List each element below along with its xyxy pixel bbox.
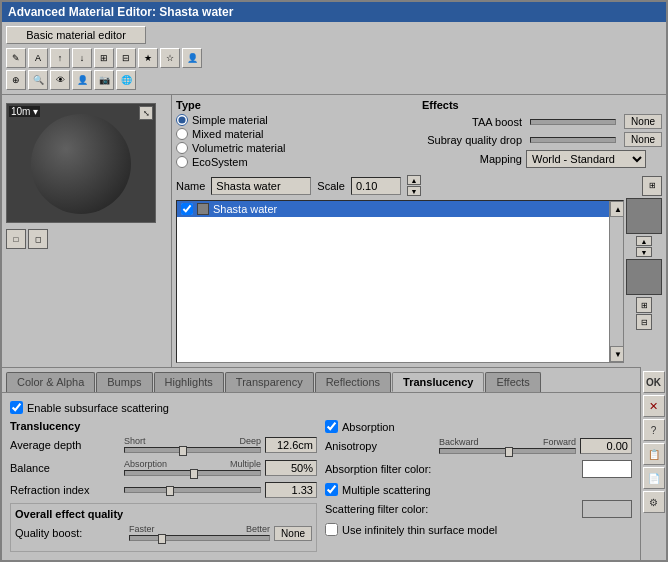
basic-editor-button[interactable]: Basic material editor — [6, 26, 146, 44]
quality-thumb[interactable] — [158, 534, 166, 544]
avg-depth-value[interactable]: 12.6cm — [265, 437, 317, 453]
type-volumetric[interactable]: Volumetric material — [176, 142, 414, 154]
type-mixed-label: Mixed material — [192, 128, 264, 140]
taa-slider[interactable] — [530, 119, 616, 125]
window-title: Advanced Material Editor: Shasta water — [8, 5, 233, 19]
toolbar-icon-1[interactable]: ✎ — [6, 48, 26, 68]
preview-icon-3d[interactable]: ◻ — [28, 229, 48, 249]
scroll-down[interactable]: ▼ — [610, 346, 624, 362]
type-simple[interactable]: Simple material — [176, 114, 414, 126]
type-title: Type — [176, 99, 414, 111]
type-ecosystem[interactable]: EcoSystem — [176, 156, 414, 168]
material-list[interactable]: Shasta water ✎ ▲ ▼ — [176, 200, 624, 363]
toolbar-icon-9[interactable]: 👤 — [182, 48, 202, 68]
refraction-thumb[interactable] — [166, 486, 174, 496]
subray-slider[interactable] — [530, 137, 616, 143]
tab-effects[interactable]: Effects — [485, 372, 540, 392]
toolbar-icon-7[interactable]: ★ — [138, 48, 158, 68]
quality-none-btn[interactable]: None — [274, 526, 312, 541]
toolbar-icon-13[interactable]: 👤 — [72, 70, 92, 90]
toolbar-icon-11[interactable]: 🔍 — [28, 70, 48, 90]
type-ecosystem-radio[interactable] — [176, 156, 188, 168]
color-swatch-2[interactable] — [626, 259, 662, 295]
paste-button[interactable]: 📄 — [643, 467, 665, 489]
toolbar-icon-3[interactable]: ↑ — [50, 48, 70, 68]
effects-title: Effects — [422, 99, 662, 111]
balance-slider[interactable] — [124, 470, 261, 476]
swatch-icon-2[interactable]: ⊟ — [636, 314, 652, 330]
refraction-value[interactable]: 1.33 — [265, 482, 317, 498]
toolbar-icon-15[interactable]: 🌐 — [116, 70, 136, 90]
thin-model-checkbox[interactable] — [325, 523, 338, 536]
name-input[interactable] — [211, 177, 311, 195]
material-type-icon — [197, 203, 209, 215]
cancel-button[interactable]: ✕ — [643, 395, 665, 417]
tab-color-alpha[interactable]: Color & Alpha — [6, 372, 95, 392]
aniso-value[interactable]: 0.00 — [580, 438, 632, 454]
scale-down[interactable]: ▼ — [407, 186, 421, 196]
scroll-up[interactable]: ▲ — [610, 201, 624, 217]
swatch-up[interactable]: ▲ — [636, 236, 652, 246]
balance-value[interactable]: 50% — [265, 460, 317, 476]
preview-icon-resize[interactable]: ⤡ — [139, 106, 153, 120]
abs-filter-color[interactable] — [582, 460, 632, 478]
toolbar-icon-8[interactable]: ☆ — [160, 48, 180, 68]
type-mixed-radio[interactable] — [176, 128, 188, 140]
enable-ss-checkbox[interactable] — [10, 401, 23, 414]
copy-button[interactable]: 📋 — [643, 443, 665, 465]
expand-icon[interactable]: ⊞ — [642, 176, 662, 196]
toolbar-icon-14[interactable]: 📷 — [94, 70, 114, 90]
aniso-backward: Backward — [439, 437, 479, 447]
balance-thumb[interactable] — [190, 469, 198, 479]
aniso-thumb[interactable] — [505, 447, 513, 457]
mapping-select[interactable]: World - Standard — [526, 150, 646, 168]
absorption-checkbox[interactable] — [325, 420, 338, 433]
toolbar-icon-2[interactable]: A — [28, 48, 48, 68]
scroll-track — [610, 217, 623, 346]
ok-button[interactable]: OK — [643, 371, 665, 393]
scale-input[interactable] — [351, 177, 401, 195]
tab-translucency[interactable]: Translucency — [392, 372, 484, 392]
preview-icon-2d[interactable]: □ — [6, 229, 26, 249]
color-swatch-1[interactable] — [626, 198, 662, 234]
settings-button[interactable]: ⚙ — [643, 491, 665, 513]
scale-up[interactable]: ▲ — [407, 175, 421, 185]
preview-area: 10m ▾ ⤡ — [6, 103, 156, 223]
quality-label: Quality boost: — [15, 527, 125, 539]
material-list-item[interactable]: Shasta water ✎ — [177, 201, 623, 217]
toolbar-icon-10[interactable]: ⊕ — [6, 70, 26, 90]
toolbar-icon-5[interactable]: ⊞ — [94, 48, 114, 68]
preview-label: 10m ▾ — [9, 106, 40, 117]
aniso-slider-container: Backward Forward — [439, 437, 576, 455]
avg-depth-thumb[interactable] — [179, 446, 187, 456]
type-volumetric-radio[interactable] — [176, 142, 188, 154]
balance-multiple: Multiple — [230, 459, 261, 469]
main-content: 10m ▾ ⤡ □ ◻ Type Simpl — [2, 95, 666, 367]
toolbar-icon-4[interactable]: ↓ — [72, 48, 92, 68]
right-col: Absorption Anisotropy Backward Forward — [325, 420, 632, 552]
refraction-slider[interactable] — [124, 487, 261, 493]
taa-none-btn[interactable]: None — [624, 114, 662, 129]
avg-depth-slider[interactable] — [124, 447, 261, 453]
tab-bumps[interactable]: Bumps — [96, 372, 152, 392]
quality-slider[interactable] — [129, 535, 270, 541]
multiple-scatter-checkbox[interactable] — [325, 483, 338, 496]
subray-none-btn[interactable]: None — [624, 132, 662, 147]
tab-transparency[interactable]: Transparency — [225, 372, 314, 392]
tab-highlights[interactable]: Highlights — [154, 372, 224, 392]
enable-ss-label: Enable subsurface scattering — [27, 402, 169, 414]
scatter-filter-color[interactable] — [582, 500, 632, 518]
tab-reflections[interactable]: Reflections — [315, 372, 391, 392]
swatch-icon-1[interactable]: ⊞ — [636, 297, 652, 313]
help-button[interactable]: ? — [643, 419, 665, 441]
material-checkbox[interactable] — [181, 203, 193, 215]
avg-depth-labels: Short Deep — [124, 436, 261, 446]
toolbar-icon-12[interactable]: 👁 — [50, 70, 70, 90]
type-simple-radio[interactable] — [176, 114, 188, 126]
aniso-slider[interactable] — [439, 448, 576, 454]
translucency-grid: Translucency Average depth Short Deep — [10, 420, 632, 552]
swatch-down[interactable]: ▼ — [636, 247, 652, 257]
toolbar-icon-6[interactable]: ⊟ — [116, 48, 136, 68]
anisotropy-label: Anisotropy — [325, 440, 435, 452]
type-mixed[interactable]: Mixed material — [176, 128, 414, 140]
